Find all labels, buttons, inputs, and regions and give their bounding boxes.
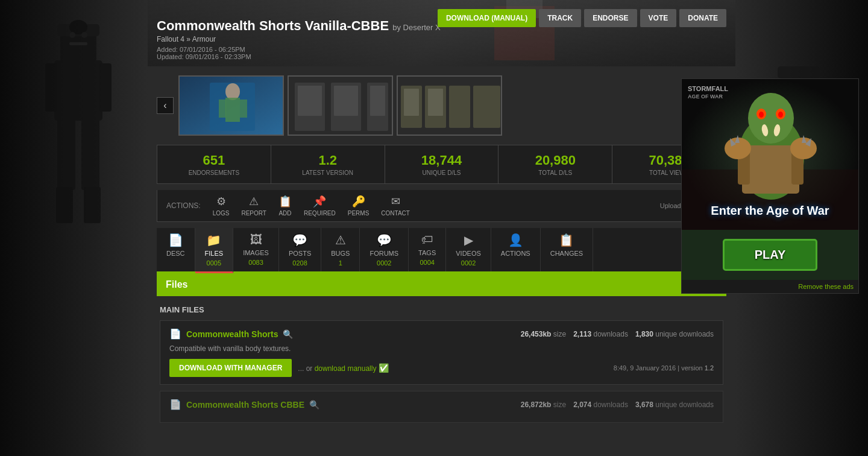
posts-tab-label: POSTS bbox=[289, 250, 311, 257]
videos-tab-label: VIDEOS bbox=[456, 250, 481, 257]
download-with-manager-button[interactable]: DOWNLOAD WITH MANAGER bbox=[169, 359, 292, 377]
tab-tags[interactable]: 🏷 TAGS 0004 bbox=[409, 228, 446, 271]
actions-tab-icon: 👤 bbox=[508, 233, 523, 247]
images-tab-label: IMAGES bbox=[243, 249, 269, 256]
file-name-link[interactable]: Commonwealth Shorts bbox=[186, 329, 278, 339]
file-2-unique: 3,678 unique downloads bbox=[635, 401, 714, 409]
svg-rect-34 bbox=[298, 86, 322, 116]
bugs-tab-label: BUGS bbox=[331, 250, 350, 257]
contact-icon: ✉ bbox=[391, 195, 400, 208]
svg-rect-41 bbox=[473, 86, 500, 128]
required-action[interactable]: 📌 REQUIRED bbox=[304, 195, 336, 217]
svg-rect-9 bbox=[84, 187, 101, 223]
tab-images[interactable]: 🖼 IMAGES 0083 bbox=[233, 228, 279, 271]
tab-bugs[interactable]: ⚠ BUGS 1 bbox=[321, 228, 360, 271]
files-tab-icon: 📁 bbox=[206, 233, 221, 247]
mod-title: Commonwealth Shorts Vanilla-CBBE by Dese… bbox=[157, 18, 441, 34]
svg-rect-27 bbox=[225, 98, 240, 122]
images-tab-count: 0083 bbox=[248, 259, 263, 266]
nav-tabs: 📄 DESC 📁 FILES 0005 🖼 IMAGES 0083 💬 POST… bbox=[157, 228, 726, 273]
bugs-tab-icon: ⚠ bbox=[335, 233, 346, 247]
file-2-search-icon[interactable]: 🔍 bbox=[309, 400, 319, 410]
ad-play-button[interactable]: PLAY bbox=[723, 239, 818, 271]
tab-videos[interactable]: ▶ VIDEOS 0002 bbox=[446, 228, 491, 271]
files-tab-label: FILES bbox=[205, 250, 224, 257]
header-info: Commonwealth Shorts Vanilla-CBBE by Dese… bbox=[157, 18, 441, 60]
add-action[interactable]: 📋 ADD bbox=[278, 195, 292, 217]
prev-image-button[interactable]: ‹ bbox=[157, 97, 174, 114]
files-content: MAIN FILES 📄 Commonwealth Shorts 🔍 26,45… bbox=[157, 305, 726, 423]
tags-tab-count: 0004 bbox=[420, 259, 434, 266]
mod-dates: Added: 07/01/2016 - 06:25PM Updated: 09/… bbox=[157, 46, 441, 60]
robot-left-silhouette bbox=[12, 0, 145, 456]
content-body: ‹ bbox=[148, 66, 735, 438]
svg-rect-29 bbox=[240, 100, 247, 118]
thumbnail-2[interactable] bbox=[288, 75, 393, 136]
file-entry-commonwealth-shorts: 📄 Commonwealth Shorts 🔍 26,453kb size 2,… bbox=[160, 320, 723, 385]
svg-point-26 bbox=[225, 83, 240, 100]
files-tab-count: 0005 bbox=[207, 259, 221, 267]
stat-endorsements: 651 ENDORSEMENTS bbox=[157, 145, 271, 183]
contact-action[interactable]: ✉ CONTACT bbox=[381, 195, 410, 217]
desc-tab-icon: 📄 bbox=[168, 233, 183, 247]
actions-tab-label: ACTIONS bbox=[501, 250, 530, 257]
changes-tab-icon: 📋 bbox=[559, 233, 574, 247]
download-manual-button[interactable]: DOWNLOAD (MANUAL) bbox=[438, 9, 536, 27]
track-button[interactable]: TRACK bbox=[539, 9, 581, 27]
file-2-type-icon: 📄 bbox=[169, 399, 181, 410]
svg-rect-35 bbox=[334, 86, 358, 116]
report-action[interactable]: ⚠ REPORT bbox=[241, 195, 266, 217]
posts-tab-count: 0208 bbox=[292, 259, 307, 267]
logs-action[interactable]: ⚙ LOGS bbox=[213, 195, 230, 217]
vote-button[interactable]: VOTE bbox=[640, 9, 677, 27]
download-manual-text: ... or download manually ✅ bbox=[298, 363, 388, 373]
stat-total-dls: 20,980 TOTAL D/LS bbox=[498, 145, 612, 183]
thumbnail-3[interactable] bbox=[397, 75, 502, 136]
svg-rect-8 bbox=[56, 187, 73, 223]
file-unique-downloads-value: 1,830 unique downloads bbox=[635, 330, 714, 338]
forums-tab-label: FORUMS bbox=[370, 250, 398, 257]
svg-rect-43 bbox=[428, 89, 443, 116]
ad-image: Enter the Age of War STORMFALLAGE OF WAR bbox=[682, 79, 858, 230]
file-2-name: Commonwealth Shorts CBBE bbox=[186, 400, 304, 410]
tab-actions[interactable]: 👤 ACTIONS bbox=[491, 228, 541, 271]
file-2-stats: 26,872kb size 2,074 downloads 3,678 uniq… bbox=[521, 401, 714, 409]
endorse-button[interactable]: ENDORSE bbox=[584, 9, 637, 27]
file-2-size: 26,872kb size bbox=[521, 401, 566, 409]
thumbnail-1[interactable] bbox=[178, 75, 284, 136]
svg-rect-36 bbox=[370, 86, 385, 116]
file-search-icon[interactable]: 🔍 bbox=[283, 329, 293, 339]
perms-action[interactable]: 🔑 PERMS bbox=[348, 195, 370, 217]
file-entry-header: 📄 Commonwealth Shorts 🔍 26,453kb size 2,… bbox=[169, 328, 714, 340]
svg-point-11 bbox=[81, 32, 87, 38]
donate-button[interactable]: DONATE bbox=[679, 9, 726, 27]
forums-tab-count: 0002 bbox=[377, 259, 391, 267]
tab-forums[interactable]: 💬 FORUMS 0002 bbox=[360, 228, 409, 271]
mod-author: by Deserter X bbox=[392, 23, 440, 32]
mod-breadcrumb: Fallout 4 » Armour bbox=[157, 35, 441, 43]
tags-tab-icon: 🏷 bbox=[421, 233, 433, 247]
download-manually-link[interactable]: download manually bbox=[315, 364, 377, 373]
remove-ads: Remove these ads bbox=[682, 280, 858, 293]
file-entry-2-header: 📄 Commonwealth Shorts CBBE 🔍 26,872kb si… bbox=[169, 399, 714, 410]
file-entry-2: 📄 Commonwealth Shorts CBBE 🔍 26,872kb si… bbox=[160, 391, 723, 423]
tab-posts[interactable]: 💬 POSTS 0208 bbox=[279, 228, 321, 271]
svg-point-10 bbox=[69, 32, 75, 38]
remove-ads-link[interactable]: Remove these ads bbox=[798, 283, 854, 290]
svg-point-50 bbox=[759, 112, 764, 118]
tab-desc[interactable]: 📄 DESC bbox=[157, 228, 195, 271]
images-section: ‹ bbox=[157, 75, 726, 136]
svg-rect-7 bbox=[81, 118, 99, 190]
svg-rect-5 bbox=[99, 63, 112, 112]
tags-tab-label: TAGS bbox=[418, 249, 436, 256]
tab-files[interactable]: 📁 FILES 0005 bbox=[195, 228, 234, 273]
verified-icon: ✅ bbox=[379, 363, 389, 373]
tab-changes[interactable]: 📋 CHANGES bbox=[541, 228, 593, 271]
stat-version: 1.2 LATEST VERSION bbox=[271, 145, 385, 183]
actions-label: ACTIONS: bbox=[166, 201, 201, 210]
ad-logo: STORMFALLAGE OF WAR bbox=[688, 85, 728, 100]
svg-point-51 bbox=[778, 112, 783, 118]
required-icon: 📌 bbox=[313, 195, 326, 208]
svg-rect-4 bbox=[45, 63, 57, 112]
file-2-downloads: 2,074 downloads bbox=[573, 401, 628, 409]
